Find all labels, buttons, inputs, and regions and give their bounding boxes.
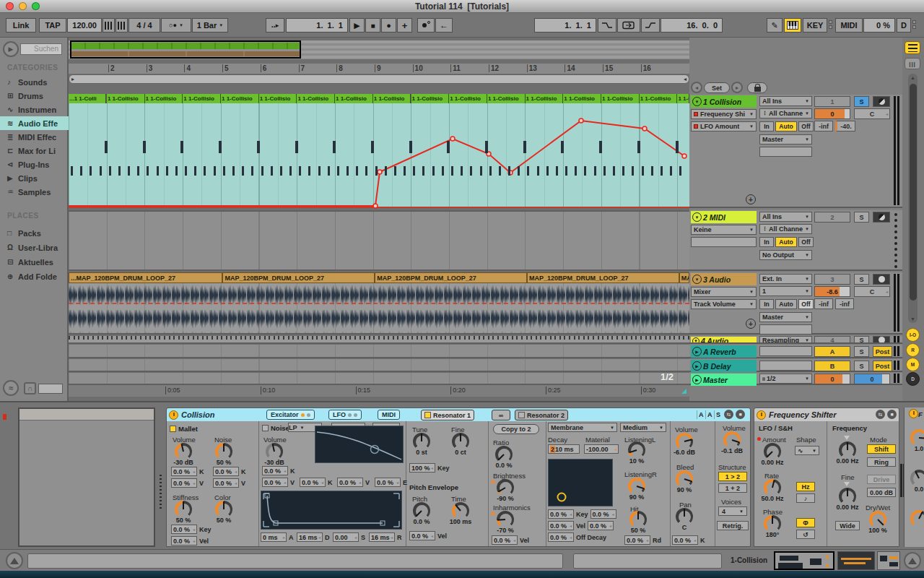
clip-header[interactable]: MAP_120BPM_DRUM_LOOP_27 [222, 272, 375, 283]
track3-title-bar[interactable]: ▼3 Audio [691, 273, 757, 285]
mode-ring-button[interactable]: Ring [867, 457, 896, 467]
lfo-amount-knob[interactable]: 0.00 Hz [760, 443, 785, 466]
browser-item-packs[interactable]: □Packs [0, 226, 69, 240]
overdub-button[interactable]: + [397, 18, 412, 33]
tap-tempo-button[interactable]: TAP [39, 18, 66, 33]
monitor-auto-button[interactable]: Auto [775, 237, 797, 247]
value-field[interactable]: 16 ms◂ [297, 532, 323, 542]
track1-volume-field[interactable]: 0 [814, 108, 850, 119]
track4-solo-button[interactable]: S [854, 336, 869, 344]
master-cue-volume-field[interactable]: 0 [854, 374, 890, 384]
device-power-button[interactable] [909, 409, 918, 418]
voices-menu[interactable]: 4 [718, 506, 747, 516]
browser-item-sounds[interactable]: ♪Sounds [0, 75, 69, 89]
partial-knob-2[interactable]: 0.0 [907, 470, 924, 493]
tune-knob[interactable]: 0 st [409, 433, 434, 456]
retrigger-button[interactable]: Retrig. [717, 521, 749, 530]
res-volume-knob[interactable]: -6.0 dB [672, 433, 697, 456]
tab-midi[interactable]: MIDI [378, 410, 400, 420]
track1-pan-field[interactable]: C◂ [854, 108, 890, 119]
device-chain-thumbnail-selected[interactable] [774, 551, 834, 570]
device-chain-thumbnail-2[interactable] [837, 551, 875, 570]
add-automation-lane-button[interactable]: + [746, 194, 756, 204]
add-automation-lane-button[interactable]: + [746, 319, 756, 329]
noise-section-toggle[interactable]: Noise [262, 424, 289, 432]
track2-param-chooser[interactable] [691, 237, 757, 247]
track4-input-type[interactable]: Resampling [759, 336, 812, 344]
return-a-title-bar[interactable]: ▶A Reverb [691, 345, 757, 358]
track-header-midi[interactable]: ▼2 MIDI Keine All Ins ⋮All Channe In Aut… [689, 210, 902, 271]
clip-header[interactable]: MAP_120BPM_DRUM_LOOP_27 [679, 272, 689, 283]
stiffness-knob[interactable]: 50 % [171, 501, 196, 524]
stop-button[interactable]: ■ [365, 18, 380, 33]
time-signature-field[interactable]: 4 / 4 [128, 18, 160, 33]
mallet-checkbox[interactable] [170, 426, 176, 432]
resonator-type-menu[interactable]: Membrane [548, 423, 617, 432]
track2-input-type[interactable]: All Ins [759, 212, 812, 222]
return-track-a-header[interactable]: ▶A Reverb A S Post [689, 345, 902, 358]
scroll-left-arrow-icon[interactable]: ▸ [71, 76, 74, 82]
arrangement-position-field[interactable]: 1. 1. 1 [286, 18, 348, 33]
monitor-off-button[interactable]: Off [798, 299, 814, 309]
dry-wet-knob[interactable]: 100 % [866, 511, 890, 534]
computer-midi-keyboard-button[interactable] [784, 18, 801, 33]
return-b-title-bar[interactable]: ▶B Delay [691, 360, 757, 372]
fold-icon[interactable]: ▶ [692, 361, 702, 371]
track3-solo-button[interactable]: S [854, 274, 869, 285]
value-field[interactable]: 0.0 %◂ [171, 478, 197, 488]
bleed-knob[interactable]: 90 % [672, 470, 697, 493]
scrollbar-thumb[interactable] [910, 84, 917, 301]
browser-item-instrumen[interactable]: ∿Instrumen [0, 103, 69, 116]
value-field[interactable]: 0.0 %◂ [300, 478, 326, 487]
monitor-in-button[interactable]: In [759, 299, 774, 309]
hot-swap-icon[interactable]: ⇆ [724, 410, 733, 419]
track2-solo-button[interactable]: S [854, 212, 869, 223]
lfo-shape-menu[interactable]: ∿ [795, 446, 819, 455]
monitor-auto-button[interactable]: Auto [775, 299, 797, 309]
device-chain-thumbnail-3[interactable] [877, 551, 900, 570]
browser-item-midi-effec[interactable]: ≣MIDI Effec [0, 130, 69, 144]
browser-item-plug-ins[interactable]: ⊲Plug-Ins [0, 158, 69, 171]
value-field[interactable]: 0.0 %◂ [590, 509, 616, 519]
master-volume-field[interactable]: 0 [814, 374, 850, 384]
track4-number[interactable]: 4 [814, 336, 850, 344]
draw-mode-button[interactable]: ✎ [767, 18, 783, 33]
listening-l-knob[interactable]: 10 % [624, 441, 649, 465]
track3-param-chooser[interactable]: Track Volume [691, 299, 757, 309]
io-section-toggle[interactable]: I-O [906, 328, 920, 342]
track1-input-type[interactable]: All Ins [759, 96, 812, 106]
tab-resonator-2[interactable]: Resonator 2 [515, 410, 568, 420]
return-b-pre-post-button[interactable]: Post [873, 361, 892, 371]
brightness-knob[interactable]: -90 % [493, 479, 518, 502]
track1-output-channel[interactable] [759, 147, 812, 157]
track1-meter-peak[interactable]: -inf [814, 121, 833, 131]
hotswap-a2[interactable]: A [705, 410, 714, 419]
mallet-section-toggle[interactable]: Mallet [170, 425, 198, 433]
track1-arm-button[interactable] [873, 96, 890, 107]
mallet-noise-knob[interactable]: 50 % [212, 443, 236, 466]
mixer-section-toggle[interactable]: M [906, 358, 920, 371]
device-power-button[interactable] [169, 410, 178, 420]
track2-output[interactable]: No Output [759, 250, 812, 260]
structure-1-2-serial-button[interactable]: 1 > 2 [718, 472, 747, 481]
hotswap-a1[interactable]: A [697, 410, 705, 419]
beat-time-ruler[interactable]: 2345678910111213141516 [69, 64, 689, 74]
resonator-quality-menu[interactable]: Medium [620, 423, 666, 432]
returns-section-toggle[interactable]: R [906, 343, 920, 357]
track1-solo-button[interactable]: S [854, 96, 869, 107]
unfold-track-icon[interactable]: ▼ [692, 212, 702, 222]
mallet-volume-knob[interactable]: -30 dB [171, 443, 196, 466]
value-field[interactable]: 0.0 %◂ [548, 532, 574, 542]
value-field[interactable]: 0.0 %◂ [171, 467, 197, 476]
structure-1-2-parallel-button[interactable]: 1 + 2 [718, 483, 747, 493]
fold-icon[interactable]: ▶ [692, 347, 702, 356]
decay-time-field[interactable]: 210 ms [548, 444, 580, 454]
lfo-phase-knob[interactable]: 180° [760, 515, 785, 538]
scroll-up-icon[interactable]: ▲ [910, 75, 915, 80]
track3-input-type[interactable]: Ext. In [759, 274, 812, 284]
color-knob[interactable]: 50 % [212, 501, 236, 524]
loop-button[interactable] [617, 18, 640, 33]
track3-pan-field[interactable]: C◂ [854, 286, 890, 297]
search-input[interactable]: Suchen [20, 43, 62, 55]
track3-volume-automation-line[interactable] [69, 303, 689, 304]
